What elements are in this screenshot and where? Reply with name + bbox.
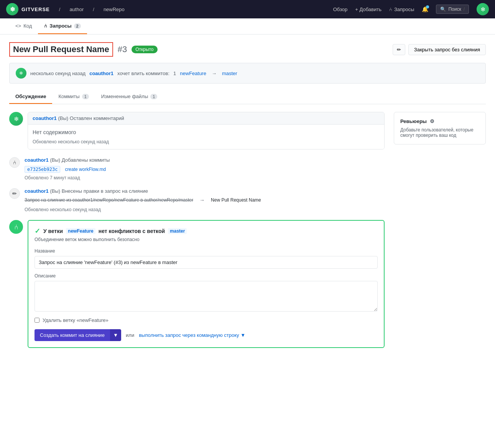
- merge-avatar: ⑃: [9, 220, 23, 234]
- edit-old-text: Запрос на слияние из coauthor1/newRepo/n…: [25, 197, 193, 203]
- pr-from-branch[interactable]: newFeature: [180, 71, 206, 76]
- merge-branch-icon: ⑃: [14, 223, 18, 231]
- pr-time: несколько секунд назад: [30, 71, 86, 76]
- close-pr-button[interactable]: Закрыть запрос без слияния: [408, 44, 486, 55]
- merge-dropdown-button[interactable]: ▼: [110, 329, 121, 341]
- search-icon: 🔍: [440, 7, 446, 12]
- merge-name-input[interactable]: [35, 256, 378, 269]
- commits-badge: 1: [82, 94, 89, 99]
- branch-arrow: →: [212, 71, 217, 76]
- pr-icon: ⑃: [44, 23, 47, 29]
- breadcrumb-author[interactable]: author: [69, 7, 84, 12]
- pr-title: New Pull Request Name: [9, 42, 113, 57]
- commit-file-link[interactable]: create workFlow.md: [65, 167, 106, 172]
- pr-title-row: New Pull Request Name #3 Открыто ✏ Закры…: [9, 42, 486, 57]
- comment-author-suffix: (Вы): [58, 115, 69, 121]
- merge-actions: Создать коммит на слияние ▼ или выполнит…: [35, 329, 378, 341]
- edit-timestamp: Обновлено несколько секунд назад: [25, 207, 101, 212]
- pr-to-branch[interactable]: master: [222, 71, 237, 76]
- merge-title: ✓ У ветки newFeature нет конфликтов с ве…: [35, 227, 378, 235]
- commit-icon-avatar: ⑃: [9, 157, 20, 168]
- tab-code[interactable]: <> Код: [9, 18, 38, 34]
- tab-discussion[interactable]: Обсуждение: [9, 90, 52, 104]
- comment-card-body: Нет содержимого Обновлено несколько секу…: [28, 125, 384, 149]
- edit-icon: ✏: [12, 190, 17, 197]
- notification-bell[interactable]: 🔔: [422, 6, 428, 12]
- edit-button[interactable]: ✏: [393, 44, 405, 55]
- main-content: ❄ coauthor1 (Вы) Оставлен комментарий Не…: [9, 112, 385, 356]
- merge-icon: ⑃: [389, 7, 392, 12]
- logo-text: GITVERSE: [21, 7, 50, 12]
- commit-timestamp: Обновлено 7 минут назад: [25, 175, 80, 181]
- nav-add[interactable]: + Добавить: [355, 7, 382, 12]
- merge-section: ⑃ ✓ У ветки newFeature нет конфликтов с …: [9, 220, 385, 348]
- pr-author-link[interactable]: coauthor1: [89, 71, 113, 76]
- pr-status-badge: Открыто: [132, 46, 157, 53]
- merge-button-group: Создать коммит на слияние ▼: [35, 329, 121, 341]
- commit-details: coauthor1 (Вы) Добавлены коммиты e7325eb…: [25, 157, 385, 181]
- comment-author-link[interactable]: coauthor1: [33, 115, 57, 121]
- merge-commit-button[interactable]: Создать коммит на слияние: [35, 329, 110, 341]
- comment-author-avatar: ❄: [9, 112, 23, 126]
- logo-icon: ❄: [6, 3, 18, 15]
- nav-overview[interactable]: Обзор: [333, 7, 348, 12]
- commit-icon: ⑃: [13, 159, 16, 166]
- nav-requests[interactable]: ⑃ Запросы: [389, 7, 414, 12]
- user-avatar[interactable]: ❄: [477, 3, 489, 15]
- commit-header: coauthor1 (Вы) Добавлены коммиты: [25, 157, 385, 163]
- edit-header: coauthor1 (Вы) Внесены правки в запрос н…: [25, 188, 385, 194]
- merge-cmd-link[interactable]: выполнить запрос через командную строку …: [139, 332, 245, 338]
- breadcrumb-repo[interactable]: newRepo: [104, 7, 125, 12]
- cmd-chevron-icon: ▼: [240, 332, 245, 338]
- comment-activity: ❄ coauthor1 (Вы) Оставлен комментарий Не…: [9, 112, 385, 149]
- reviewers-title: Ревьюеры ⚙: [400, 118, 479, 124]
- edit-activity: ✏ coauthor1 (Вы) Внесены правки в запрос…: [9, 188, 385, 212]
- commit-author-link[interactable]: coauthor1: [25, 157, 49, 163]
- commit-activity: ⑃ coauthor1 (Вы) Добавлены коммиты e7325…: [9, 157, 385, 181]
- edit-author-link[interactable]: coauthor1: [25, 188, 49, 194]
- edit-arrow-icon: →: [199, 197, 205, 203]
- comment-content: Нет содержимого: [33, 129, 380, 135]
- merge-delete-branch-checkbox[interactable]: [35, 318, 39, 323]
- merge-subtitle: Объединение веток можно выполнить безопа…: [35, 237, 378, 242]
- top-navigation: ❄ GITVERSE / author / newRepo Обзор + До…: [0, 0, 495, 18]
- comment-action: Оставлен комментарий: [70, 115, 124, 121]
- merge-or-text: или: [126, 332, 134, 338]
- merge-check-icon: ✓: [35, 227, 40, 235]
- commit-action: Добавлены коммиты: [62, 157, 110, 163]
- code-icon: <>: [15, 23, 21, 29]
- reviewers-gear-icon[interactable]: ⚙: [430, 118, 434, 124]
- merge-name-label: Название: [35, 248, 378, 254]
- tab-pull-requests[interactable]: ⑃ Запросы 2: [38, 18, 87, 34]
- search-box[interactable]: 🔍 Поиск /: [436, 5, 469, 14]
- sub-navigation: <> Код ⑃ Запросы 2: [0, 18, 495, 34]
- reviewers-desc: Добавьте пользователей, которые смогут п…: [400, 127, 479, 138]
- pr-number: #3: [118, 44, 127, 54]
- comment-card-header: coauthor1 (Вы) Оставлен комментарий: [28, 112, 384, 125]
- pr-commit-count: 1: [173, 71, 176, 76]
- comment-card: coauthor1 (Вы) Оставлен комментарий Нет …: [28, 112, 385, 149]
- edit-details: coauthor1 (Вы) Внесены правки в запрос н…: [25, 188, 385, 212]
- pr-action-text: хочет влить коммитов:: [117, 71, 169, 76]
- tab-changed-files[interactable]: Измененные файлы 1: [95, 90, 164, 104]
- edit-icon-avatar: ✏: [9, 188, 20, 199]
- tab-commits[interactable]: Коммиты 1: [52, 90, 95, 104]
- brand-logo[interactable]: ❄ GITVERSE: [6, 3, 50, 15]
- merge-branch2: master: [168, 228, 187, 234]
- files-badge: 1: [150, 94, 157, 99]
- edit-new-text: New Pull Request Name: [211, 197, 261, 203]
- commit-author-suffix: (Вы): [50, 157, 61, 163]
- merge-desc-textarea[interactable]: [35, 281, 378, 312]
- merge-card: ✓ У ветки newFeature нет конфликтов с ве…: [28, 220, 385, 348]
- pr-actions: ✏ Закрыть запрос без слияния: [393, 44, 486, 55]
- breadcrumb-sep2: /: [93, 7, 94, 12]
- commit-hash[interactable]: e7325eb923c: [25, 166, 60, 173]
- merge-delete-branch-row: Удалить ветку «newFeature»: [35, 317, 378, 323]
- pr-info-bar: ❄ несколько секунд назад coauthor1 хочет…: [9, 63, 486, 84]
- merge-desc-label: Описание: [35, 273, 378, 279]
- breadcrumb-sep1: /: [59, 7, 61, 12]
- main-layout: ❄ coauthor1 (Вы) Оставлен комментарий Не…: [9, 112, 486, 356]
- edit-action: Внесены правки в запрос на слияние: [62, 188, 148, 194]
- reviewers-card: Ревьюеры ⚙ Добавьте пользователей, котор…: [394, 112, 486, 144]
- nav-links: Обзор + Добавить ⑃ Запросы 🔔 🔍 Поиск / ❄: [333, 3, 489, 15]
